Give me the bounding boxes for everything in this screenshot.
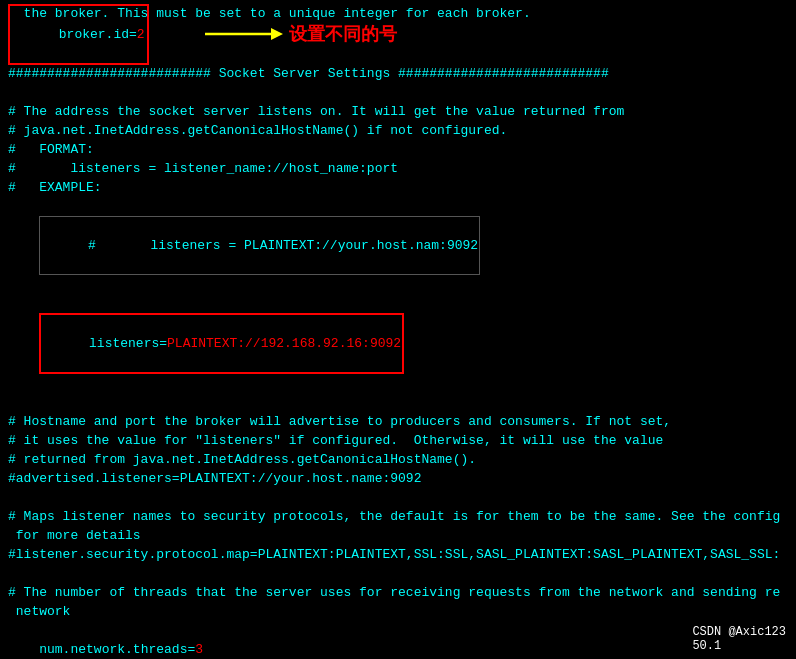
watermark-version: 50.1 xyxy=(692,639,721,653)
svg-marker-1 xyxy=(271,28,283,40)
broker-id-key: broker.id= xyxy=(59,27,137,42)
comment-network-threads-2: network xyxy=(8,602,788,621)
comment-network-threads-1: # The number of threads that the server … xyxy=(8,583,788,602)
blank-line-3: ​ xyxy=(8,393,788,412)
arrow-icon xyxy=(157,5,284,63)
blank-line-5: ​ xyxy=(8,564,788,583)
comment-line-listeners-format: # listeners = listener_name://host_name:… xyxy=(8,159,788,178)
listeners-value: PLAINTEXT://192.168.92.16:9092 xyxy=(167,336,401,351)
num-network-threads-key: num.network.threads= xyxy=(39,642,195,657)
blank-line-2: ​ xyxy=(8,83,788,102)
comment-advertise-3: # returned from java.net.InetAddress.get… xyxy=(8,450,788,469)
comment-line-inetaddress: # java.net.InetAddress.getCanonicalHostN… xyxy=(8,121,788,140)
listeners-key: listeners= xyxy=(89,336,167,351)
comment-line-format: # FORMAT: xyxy=(8,140,788,159)
chinese-annotation: 设置不同的号 xyxy=(289,25,397,44)
comment-line-example-value: # listeners = PLAINTEXT://your.host.nam:… xyxy=(8,197,788,294)
terminal-window: the broker. This must be set to a unique… xyxy=(0,0,796,659)
listeners-highlight-box: listeners=PLAINTEXT://192.168.92.16:9092 xyxy=(39,313,404,374)
comment-line-example: # EXAMPLE: xyxy=(8,178,788,197)
blank-line-4: ​ xyxy=(8,488,788,507)
num-network-threads-line: num.network.threads=3 xyxy=(8,621,788,659)
listeners-line: listeners=PLAINTEXT://192.168.92.16:9092 xyxy=(8,294,788,393)
broker-id-line: broker.id=2 设置不同的号 xyxy=(8,23,788,45)
comment-security-2: for more details xyxy=(8,526,788,545)
comment-advertise-2: # it uses the value for "listeners" if c… xyxy=(8,431,788,450)
watermark: CSDN @Axic123 50.1 xyxy=(692,625,786,653)
comment-line-address: # The address the socket server listens … xyxy=(8,102,788,121)
comment-advertise-1: # Hostname and port the broker will adve… xyxy=(8,412,788,431)
broker-id-box: broker.id=2 xyxy=(8,4,149,65)
num-network-threads-value: 3 xyxy=(195,642,203,657)
example-listeners-text: # listeners = PLAINTEXT://your.host.nam:… xyxy=(88,238,478,253)
hash-separator-line: ########################## Socket Server… xyxy=(8,64,788,83)
broker-id-value: 2 xyxy=(137,27,145,42)
comment-security-1: # Maps listener names to security protoc… xyxy=(8,507,788,526)
watermark-text: CSDN @Axic123 xyxy=(692,625,786,639)
example-listeners-box: # listeners = PLAINTEXT://your.host.nam:… xyxy=(39,216,480,275)
comment-advertised-listeners: #advertised.listeners=PLAINTEXT://your.h… xyxy=(8,469,788,488)
comment-security-map: #listener.security.protocol.map=PLAINTEX… xyxy=(8,545,788,564)
